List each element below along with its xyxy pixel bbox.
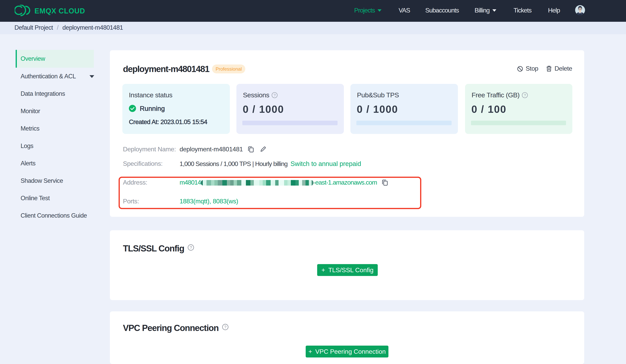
svg-text:?: ? [524,93,526,97]
svg-text:?: ? [224,325,227,329]
svg-text:?: ? [190,245,192,250]
svg-text:?: ? [274,93,275,97]
